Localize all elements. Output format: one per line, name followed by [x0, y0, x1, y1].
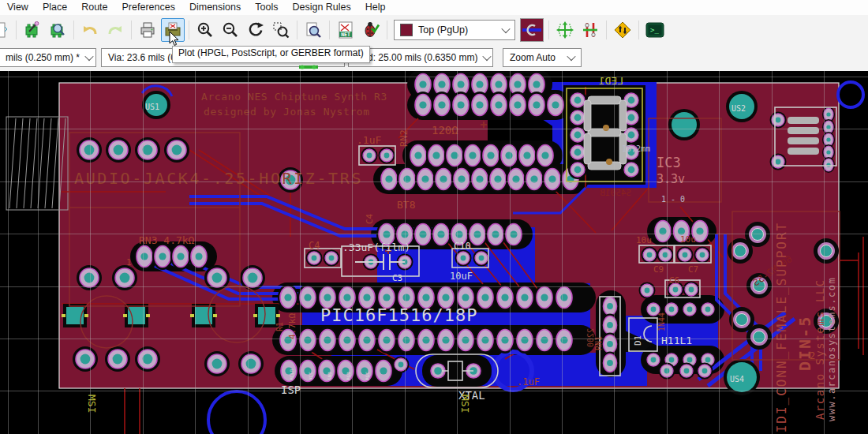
company-label: Arcano Systems LLC: [814, 279, 826, 420]
toolbar-separator: [387, 21, 387, 39]
menu-bar: View Place Route Preferences Dimensions …: [0, 0, 868, 15]
hatched-footprint: [6, 117, 68, 210]
c9-label: C9: [653, 264, 664, 275]
c9-value: 10u: [636, 235, 652, 245]
layer-selector-value: Top (PgUp): [418, 24, 468, 36]
zoom-in-icon[interactable]: [193, 18, 217, 42]
drc-icon[interactable]: [359, 18, 383, 42]
layer-selector[interactable]: Top (PgUp): [394, 20, 515, 40]
c4-vertical-label: C4: [365, 213, 375, 224]
toolbar-separator: [131, 21, 132, 39]
toolbar-separator: [297, 21, 297, 39]
footprint-mode-icon[interactable]: [553, 18, 577, 42]
isp-pin-4: PGC: [365, 372, 370, 380]
ic3-value: 3.3v: [657, 172, 685, 186]
c6-label: C6: [669, 275, 679, 286]
c4-label: C4: [309, 240, 320, 251]
dimension-label: 15,2mm: [622, 144, 650, 153]
rn1-label: RN1: [594, 336, 603, 350]
track-mode-icon[interactable]: [578, 18, 602, 42]
net-icon-label: NET: [341, 32, 350, 38]
layer-color-swatch: [400, 24, 413, 36]
via-display-toggle[interactable]: [520, 18, 544, 42]
website-label: www.arcanosystems.com: [826, 277, 837, 421]
menu-view[interactable]: View: [0, 0, 36, 15]
board-title-line1: Arcano NES Chiptune Synth R3: [201, 91, 387, 103]
d1-label: D1: [633, 335, 643, 346]
netlist-icon[interactable]: NET: [334, 18, 357, 42]
din5-label: DIN-5: [795, 316, 814, 371]
c7-value: 10u: [680, 234, 696, 245]
pcb-canvas[interactable]: Arcano NES Chiptune Synth R3 designed by…: [0, 71, 868, 434]
aux-toolbar: mils (0.250 mm) * Via: 23.6 mils (0.60 G…: [0, 45, 868, 72]
print-icon[interactable]: [136, 18, 159, 42]
page-settings-icon[interactable]: [0, 18, 12, 42]
midi-support-label: MIDI_CONN_FEMALE_SUPPORT: [774, 222, 789, 434]
zoom-out-icon[interactable]: [219, 18, 242, 42]
pin2-label: 2: [810, 350, 815, 361]
menu-design-rules[interactable]: Design Rules: [285, 0, 357, 15]
scripting-console-icon[interactable]: >_: [643, 18, 667, 42]
chevron-down-icon: [84, 52, 93, 61]
toolbar-separator: [329, 21, 330, 39]
toolbar-separator: [638, 21, 639, 39]
r47k-label: 4.7kΩ: [287, 313, 297, 339]
pcb-drawing: Arcano NES Chiptune Synth R3 designed by…: [0, 71, 868, 434]
optocoupler-label: H11L1: [661, 335, 692, 346]
edge-label-mid: MSI: [459, 395, 471, 413]
toolbar-separator: [548, 21, 549, 39]
isp-pin-0: MCLR: [289, 369, 294, 380]
c7-label: C7: [688, 264, 698, 275]
find-icon[interactable]: [301, 18, 325, 42]
zoom-to-selection-icon[interactable]: [269, 18, 293, 42]
us4-label: US4: [730, 375, 744, 383]
chevron-down-icon: [483, 52, 492, 61]
c10-value: 10uF: [450, 271, 473, 282]
zoom-select[interactable]: Zoom Auto: [503, 48, 582, 67]
isp-pin-1: VCC: [308, 372, 313, 380]
us2-label: US2: [731, 104, 746, 113]
toolbar-separator: [189, 21, 189, 39]
partial-footprint-icon: [297, 63, 321, 71]
menu-route[interactable]: Route: [74, 0, 114, 15]
track-width-value: mils (0.250 mm) *: [6, 52, 80, 63]
redo-icon[interactable]: [103, 18, 127, 42]
isp-label: ISP: [281, 383, 301, 396]
r120-label: 120Ω: [432, 124, 458, 137]
menu-preferences[interactable]: Preferences: [115, 0, 182, 15]
isp-pin-3: PGD: [346, 372, 351, 380]
diode-value: 1N44: [657, 312, 666, 331]
toolbar-separator: [606, 21, 607, 39]
c3-label: C3: [392, 273, 402, 283]
footprint-editor-icon[interactable]: [21, 18, 44, 42]
zoom-value: Zoom Auto: [510, 52, 556, 63]
track-width-select[interactable]: mils (0.250 mm) *: [0, 48, 96, 67]
rn3-label: RN3 4.7kΩ: [139, 234, 195, 246]
autoroute-icon[interactable]: [611, 18, 634, 42]
redraw-icon[interactable]: [244, 18, 268, 42]
mirrored-2200: 2200: [586, 328, 595, 347]
rn2-label: RN2: [398, 129, 410, 147]
board-title-line2: designed by Jonas Nystrom: [204, 106, 370, 118]
ic3-label: IC3: [657, 155, 681, 170]
chevron-down-icon: [501, 24, 510, 33]
undo-icon[interactable]: [78, 18, 102, 42]
plot-tooltip: Plot (HPGL, PostScript, or GERBER format…: [172, 46, 370, 63]
menu-dimensions[interactable]: Dimensions: [182, 0, 248, 15]
led1-label-mirrored: LED1: [599, 75, 623, 87]
audio-jack-label: AUDIO-JACK4-.25-HORIZ-TRS: [74, 169, 363, 188]
grid-value: Grid: 25.00 mils (0.6350 mm): [355, 52, 477, 63]
film-cap-label: .33uF(film): [342, 241, 410, 253]
menu-place[interactable]: Place: [36, 0, 74, 15]
chevron-down-icon: [567, 52, 575, 61]
isp-pin-2: GND: [327, 372, 332, 380]
menu-help[interactable]: Help: [358, 0, 393, 15]
pin1-label: 1: [126, 257, 132, 268]
cap-label-2: .1uF: [517, 376, 540, 387]
menu-tools[interactable]: Tools: [248, 0, 285, 15]
toolbar-separator: [73, 21, 74, 39]
console-prompt-glyph: >_: [650, 26, 659, 34]
c10-label: C10: [454, 241, 471, 252]
r1-label: R1: [275, 322, 284, 331]
footprint-viewer-icon[interactable]: [46, 18, 69, 42]
